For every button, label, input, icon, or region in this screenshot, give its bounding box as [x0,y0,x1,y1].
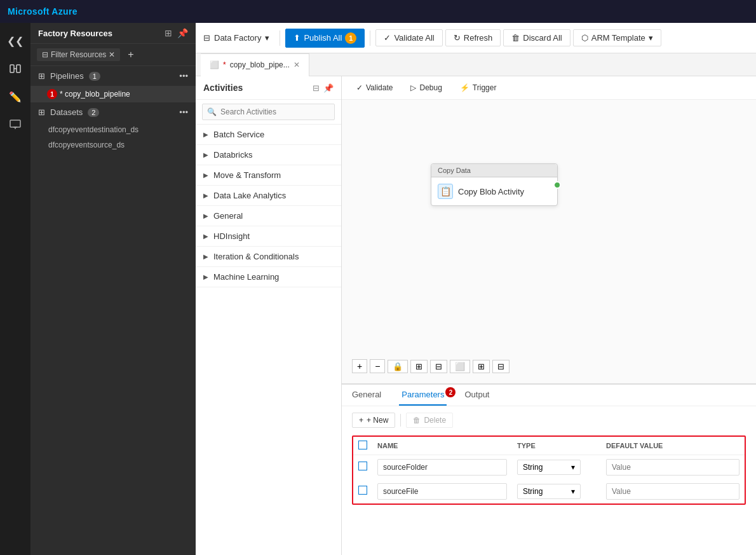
group-label: Data Lake Analytics [213,191,286,200]
step-badge-1: 1 [47,89,57,99]
tab-close-button[interactable]: ✕ [294,60,300,69]
col-default-header: DEFAULT VALUE [601,437,745,455]
canvas-area: ✓ Validate ▷ Debug ⚡ Trigger [342,76,756,555]
validate-all-button[interactable]: ✓ Validate All [375,29,442,46]
pin-icon[interactable]: 📌 [177,28,188,38]
row1-checkbox[interactable] [358,462,367,470]
group-arrow: ▶ [203,253,208,260]
search-activities-input[interactable] [202,104,335,120]
add-resource-button[interactable]: + [124,48,137,62]
tab-output[interactable]: Output [462,385,492,406]
sidebar-chevron-btn[interactable]: ❮❮ [3,28,28,53]
canvas-expand-btn[interactable]: ⊟ [430,360,447,373]
activity-icon: 📋 [438,184,453,199]
activity-group-hdinsight[interactable]: ▶HDInsight [196,226,341,247]
activity-group-general[interactable]: ▶General [196,206,341,226]
activity-group-databricks[interactable]: ▶Databricks [196,145,341,165]
publish-all-button[interactable]: ⬆ Publish All 1 [285,29,365,48]
refresh-icon: ↻ [454,33,461,43]
bottom-tabs-row: General Parameters 2 Output [342,385,756,406]
row1-type-select[interactable]: String ▾ [517,460,581,475]
new-param-button[interactable]: + + New [352,413,395,428]
params-table: NAME TYPE DEFAULT VALUE [353,437,745,504]
activity-group-batch-service[interactable]: ▶Batch Service [196,125,341,145]
canvas-lock-btn[interactable]: 🔒 [388,360,408,373]
filter-close-icon: ✕ [109,50,115,59]
dataset-item-1[interactable]: dfcopyeventdestination_ds [30,122,196,137]
tab-parameters[interactable]: Parameters 2 [399,385,447,406]
refresh-button[interactable]: ↻ Refresh [445,29,501,46]
datasets-more-icon[interactable]: ••• [179,107,188,117]
row2-checkbox[interactable] [358,486,367,495]
row2-checkbox-cell [353,479,372,504]
group-label: HDInsight [213,231,250,241]
activities-collapse-icon[interactable]: ⊟ [313,83,320,93]
canvas-fit-btn[interactable]: ⊞ [410,360,428,373]
row2-type-select[interactable]: String ▾ [517,484,581,499]
pipeline-item[interactable]: 1 * copy_blob_pipeline [30,86,196,102]
datasets-section-header[interactable]: ⊞ Datasets 2 ••• [30,102,196,122]
new-param-icon: + [359,416,363,425]
canvas-group-btn[interactable]: ⊞ [473,360,490,373]
row2-type-chevron: ▾ [571,487,575,496]
canvas-minus-btn[interactable]: − [370,359,385,373]
canvas-validate-icon: ✓ [356,83,363,92]
pipelines-more-icon[interactable]: ••• [179,71,188,81]
sidebar-pipeline-icon[interactable] [3,56,28,81]
activity-node-header: Copy Data [431,164,557,177]
filter-resources-button[interactable]: ⊟ Filter Resources ✕ [37,48,120,61]
activity-node-copy-blob[interactable]: Copy Data 📋 Copy Blob Activity [431,163,558,206]
row2-name-input[interactable] [377,483,507,500]
tab-pipeline[interactable]: ⬜ * copy_blob_pipe... ✕ [201,53,309,76]
search-icon: 🔍 [207,107,217,116]
activity-group-move-&-transform[interactable]: ▶Move & Transform [196,165,341,186]
canvas-layout-btn[interactable]: ⊟ [492,360,510,373]
canvas-validate-label: Validate [366,83,393,92]
pipeline-icon: ⊞ [38,71,45,81]
datafactory-chevron[interactable]: ▾ [265,33,269,43]
header-checkbox[interactable] [358,441,367,449]
row1-type-value: String [523,463,543,472]
row1-type-cell: String ▾ [512,455,601,480]
sidebar-monitor-icon[interactable] [3,112,28,137]
collapse-icon[interactable]: ⊞ [165,28,172,38]
params-table-head: NAME TYPE DEFAULT VALUE [353,437,745,455]
activity-group-machine-learning[interactable]: ▶Machine Learning [196,267,341,287]
canvas-trigger-button[interactable]: ⚡ Trigger [453,80,504,95]
pipelines-badge: 1 [89,72,100,81]
activity-status-dot [553,181,561,189]
delete-param-button[interactable]: 🗑 Delete [406,413,453,428]
row1-default-cell [601,455,745,480]
activities-pin-icon[interactable]: 📌 [323,83,334,93]
factory-resources-panel: Factory Resources ⊞ 📌 ⊟ Filter Resources… [30,23,196,555]
tab-general[interactable]: General [349,385,384,406]
col-checkbox [353,437,372,455]
canvas-validate-button[interactable]: ✓ Validate [349,80,400,95]
row1-checkbox-cell [353,455,372,480]
row1-type-chevron: ▾ [571,463,575,472]
arm-template-button[interactable]: ⬡ ARM Template ▾ [573,29,661,46]
filter-label: Filter Resources [51,50,106,59]
canvas-debug-button[interactable]: ▷ Debug [403,80,449,95]
row1-value-input[interactable] [606,459,739,476]
dataset-item-2[interactable]: dfcopyeventsource_ds [30,137,196,153]
activity-group-data-lake-analytics[interactable]: ▶Data Lake Analytics [196,186,341,206]
canvas-add-btn[interactable]: + [352,359,367,373]
pipelines-section-header[interactable]: ⊞ Pipelines 1 ••• [30,66,196,86]
canvas-select-btn[interactable]: ⬜ [450,360,470,373]
discard-all-button[interactable]: 🗑 Discard All [503,29,570,46]
row1-name-input[interactable] [377,459,507,476]
group-label: Databricks [213,150,252,160]
sidebar-pencil-icon[interactable]: ✏️ [3,84,28,109]
icon-sidebar: ❮❮ ✏️ [0,23,30,555]
params-content: + + New 🗑 Delete [342,406,756,555]
group-label: Move & Transform [213,170,281,180]
main-layout: ❮❮ ✏️ Factory Resources ⊞ 📌 [0,23,756,555]
arm-icon: ⬡ [581,33,588,43]
group-label: Machine Learning [213,272,279,282]
new-param-label: + New [367,416,388,425]
delete-param-icon: 🗑 [413,416,421,425]
row2-value-input[interactable] [606,483,739,500]
activity-group-iteration-&-conditionals[interactable]: ▶Iteration & Conditionals [196,247,341,267]
canvas-main: Copy Data 📋 Copy Blob Activity + − 🔒 [342,100,756,383]
